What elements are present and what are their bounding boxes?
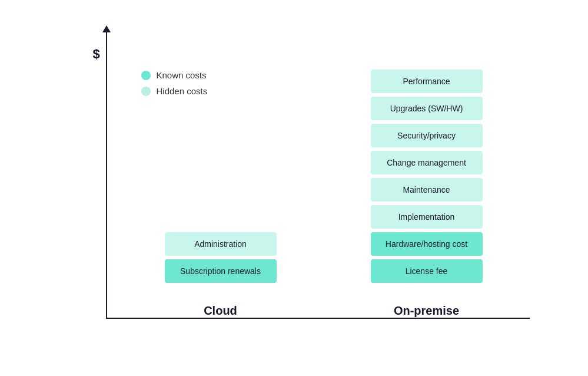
columns-area: Administration Subscription renewals Clo… — [118, 35, 530, 318]
cloud-column: Administration Subscription renewals Clo… — [162, 232, 280, 318]
on-premise-box-performance: Performance — [371, 70, 483, 93]
on-premise-box-license-fee: License fee — [371, 259, 483, 283]
on-premise-box-implementation: Implementation — [371, 205, 483, 229]
on-premise-column: Performance Upgrades (SW/HW) Security/pr… — [368, 70, 486, 318]
on-premise-box-maintenance: Maintenance — [371, 178, 483, 202]
y-axis-label: $ — [93, 47, 100, 62]
cloud-box-administration: Administration — [165, 232, 277, 256]
on-premise-box-hardware: Hardware/hosting cost — [371, 232, 483, 256]
on-premise-boxes-stack: Performance Upgrades (SW/HW) Security/pr… — [368, 70, 486, 283]
on-premise-box-upgrades: Upgrades (SW/HW) — [371, 97, 483, 120]
x-axis-line — [106, 318, 530, 319]
y-axis-line — [106, 29, 107, 318]
on-premise-box-change-management: Change management — [371, 151, 483, 174]
chart-container: $ Known costs Hidden costs Administratio… — [41, 17, 547, 359]
on-premise-column-label: On-premise — [394, 304, 459, 318]
cloud-column-label: Cloud — [204, 304, 237, 318]
cloud-boxes-stack: Administration Subscription renewals — [162, 232, 280, 283]
cloud-box-subscription-renewals: Subscription renewals — [165, 259, 277, 283]
on-premise-box-security: Security/privacy — [371, 124, 483, 147]
